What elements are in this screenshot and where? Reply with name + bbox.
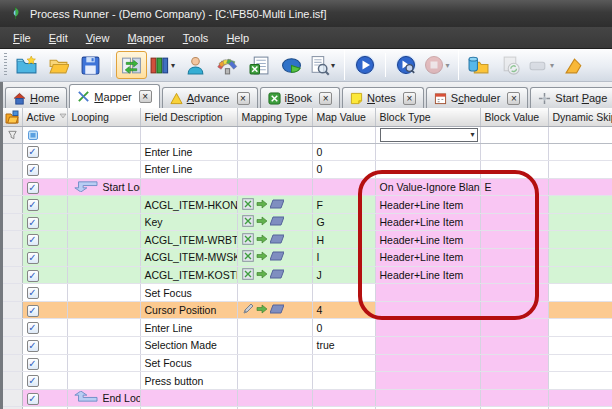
mapping-type-cell[interactable] <box>237 301 312 319</box>
active-cell[interactable]: ✓ <box>22 213 67 231</box>
map-value-cell[interactable]: G <box>312 213 375 231</box>
field-description-cell[interactable]: Set Focus <box>140 354 237 372</box>
column-header-map-value[interactable]: Map Value <box>312 108 375 126</box>
mapping-type-cell[interactable] <box>237 161 312 179</box>
looping-cell[interactable] <box>67 143 140 161</box>
chevron-down-icon[interactable]: ▾ <box>550 61 557 70</box>
new-button[interactable] <box>11 51 42 79</box>
block-type-cell[interactable] <box>375 143 480 161</box>
mapping-type-cell[interactable] <box>237 337 312 355</box>
table-row[interactable]: ✓ACGL_ITEM-MWSKZIHeader+Line Item <box>3 249 612 267</box>
active-cell[interactable]: ✓ <box>22 372 67 390</box>
dynamic-skip-cell[interactable] <box>548 337 612 355</box>
block-type-cell[interactable] <box>375 354 480 372</box>
looping-cell[interactable] <box>67 301 140 319</box>
theme-palette-button[interactable] <box>212 51 243 79</box>
tab-advance[interactable]: Advance × <box>162 87 258 108</box>
active-checkbox[interactable]: ✓ <box>27 217 39 229</box>
dynamic-skip-cell[interactable] <box>548 284 612 302</box>
block-value-cell[interactable] <box>480 161 548 179</box>
save-button[interactable] <box>75 51 106 79</box>
field-description-cell[interactable]: Press button <box>140 372 237 390</box>
field-description-cell[interactable]: Set Focus <box>140 284 237 302</box>
table-row[interactable]: ✓KeyGHeader+Line Item <box>3 213 612 231</box>
run-button[interactable] <box>349 51 380 79</box>
active-checkbox[interactable]: ✓ <box>27 199 39 211</box>
dynamic-skip-cell[interactable] <box>548 354 612 372</box>
close-icon[interactable]: × <box>403 92 416 105</box>
active-cell[interactable]: ✓ <box>22 196 67 214</box>
transfer-button[interactable] <box>116 51 147 79</box>
table-row[interactable]: ✓Cursor Position4 <box>3 301 612 319</box>
active-checkbox[interactable]: ✓ <box>27 358 39 370</box>
table-row[interactable]: ✓Enter Line0 <box>3 143 612 161</box>
looping-cell[interactable] <box>67 319 140 337</box>
tab-mapper[interactable]: Mapper × <box>69 84 159 108</box>
table-row[interactable]: ✓Press button <box>3 372 612 390</box>
chevron-down-icon[interactable]: ▾ <box>470 130 474 139</box>
active-cell[interactable]: ✓ <box>22 143 67 161</box>
toolbar-grip[interactable] <box>4 53 7 77</box>
open-button[interactable] <box>43 51 74 79</box>
looping-cell[interactable] <box>67 249 140 267</box>
field-description-cell[interactable]: Enter Line <box>140 319 237 337</box>
field-description-cell[interactable]: ACGL_ITEM-KOSTL <box>140 266 237 284</box>
map-value-cell[interactable]: 0 <box>312 143 375 161</box>
block-type-cell[interactable] <box>375 161 480 179</box>
block-value-cell[interactable] <box>480 284 548 302</box>
map-value-cell[interactable]: F <box>312 196 375 214</box>
looping-cell[interactable] <box>67 372 140 390</box>
map-value-cell[interactable]: 4 <box>312 301 375 319</box>
mapping-type-cell[interactable] <box>237 249 312 267</box>
column-header-mapping-type[interactable]: Mapping Type <box>237 108 312 126</box>
row-indicator[interactable] <box>3 372 22 390</box>
mapping-type-cell[interactable] <box>237 389 312 407</box>
block-value-cell[interactable] <box>480 389 548 407</box>
tab-scheduler[interactable]: Scheduler × <box>426 87 529 108</box>
active-cell[interactable]: ✓ <box>22 178 67 196</box>
table-row[interactable]: ✓ACGL_ITEM-KOSTLJHeader+Line Item <box>3 266 612 284</box>
edge-button[interactable] <box>559 51 590 79</box>
row-indicator[interactable] <box>3 161 22 179</box>
block-value-cell[interactable] <box>480 337 548 355</box>
dynamic-skip-cell[interactable] <box>548 231 612 249</box>
chevron-down-icon[interactable]: ▾ <box>331 61 338 70</box>
looping-cell[interactable] <box>67 161 140 179</box>
block-type-cell[interactable]: Header+Line Item <box>375 249 480 267</box>
mapping-type-cell[interactable] <box>237 143 312 161</box>
field-description-cell[interactable]: Selection Made <box>140 337 237 355</box>
row-indicator[interactable] <box>3 213 22 231</box>
dynamic-skip-cell[interactable] <box>548 213 612 231</box>
field-description-cell[interactable]: ACGL_ITEM-MWSKZ <box>140 249 237 267</box>
active-checkbox[interactable]: ✓ <box>27 322 39 334</box>
menu-help[interactable]: Help <box>217 29 258 47</box>
block-value-cell[interactable] <box>480 143 548 161</box>
run-preview-button[interactable] <box>390 51 421 79</box>
stop-button[interactable]: ▾ <box>422 51 453 79</box>
map-value-cell[interactable] <box>312 178 375 196</box>
mapping-type-cell[interactable] <box>237 231 312 249</box>
refresh-button[interactable] <box>495 51 526 79</box>
block-value-cell[interactable] <box>480 231 548 249</box>
field-description-cell[interactable] <box>140 178 237 196</box>
block-value-cell[interactable] <box>480 319 548 337</box>
block-value-cell[interactable] <box>480 301 548 319</box>
column-header-block-value[interactable]: Block Value <box>480 108 548 126</box>
active-cell[interactable]: ✓ <box>22 161 67 179</box>
mapping-type-cell[interactable] <box>237 213 312 231</box>
looping-cell[interactable] <box>67 337 140 355</box>
looping-cell[interactable] <box>67 196 140 214</box>
header-indicator[interactable] <box>3 108 22 126</box>
tab-home[interactable]: Home <box>5 87 67 108</box>
dynamic-skip-cell[interactable] <box>548 196 612 214</box>
block-type-cell[interactable]: Header+Line Item <box>375 196 480 214</box>
block-value-cell[interactable] <box>480 196 548 214</box>
map-value-cell[interactable] <box>312 372 375 390</box>
active-checkbox[interactable]: ✓ <box>27 146 39 158</box>
row-indicator[interactable] <box>3 196 22 214</box>
looping-cell[interactable] <box>67 213 140 231</box>
tab-start-page[interactable]: Start Page × <box>530 87 612 108</box>
preview-document-button[interactable]: ▾ <box>308 51 339 79</box>
dynamic-skip-cell[interactable] <box>548 319 612 337</box>
dynamic-skip-cell[interactable] <box>548 143 612 161</box>
